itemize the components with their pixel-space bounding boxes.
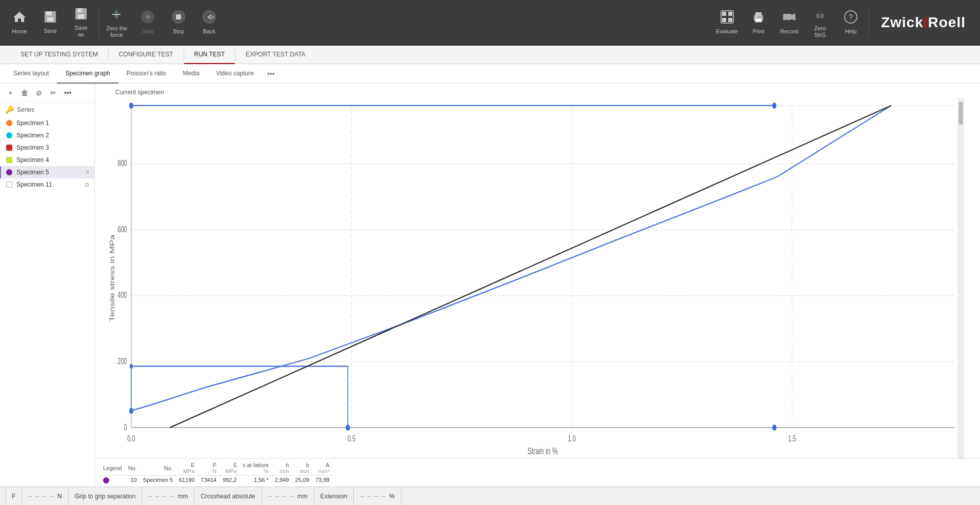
svg-point-60 (346, 425, 350, 431)
record-label: Record (780, 28, 798, 35)
specimen-1-dot (6, 120, 12, 126)
back-button[interactable]: ⚙ Back (194, 0, 225, 46)
svg-rect-21 (728, 18, 732, 22)
crosshead-dashes: – – – – (268, 493, 294, 500)
grip-label: Grip to grip separation (75, 493, 136, 500)
specimen-item-1[interactable]: Specimen 1 (0, 117, 94, 129)
row-eps: 1,56 * (240, 475, 272, 484)
add-specimen-button[interactable]: + (4, 87, 16, 99)
svg-rect-66 (958, 98, 964, 458)
specimen-item-4[interactable]: Specimen 4 (0, 154, 94, 166)
row-specimen-name: Specimen 5 (140, 475, 176, 484)
delete-specimen-button[interactable]: 🗑 (18, 87, 31, 99)
chart-container: Current specimen Tensile stress in MPa (95, 84, 980, 458)
specimen-item-11[interactable]: Specimen 11 ⊙ (0, 178, 94, 191)
tab-setup[interactable]: SET UP TESTING SYSTEM (10, 46, 108, 64)
separator-1 (98, 7, 99, 38)
subtab-media[interactable]: Media (174, 64, 208, 84)
col-a: Amm² (312, 461, 333, 476)
svg-point-58 (129, 408, 133, 414)
specimen-3-label: Specimen 3 (16, 144, 49, 151)
svg-point-59 (130, 364, 133, 369)
main-area: + 🗑 ⊘ ✏ ••• 🔑 Series Specimen 1 Specimen… (0, 84, 980, 487)
force-value-status: – – – – N (22, 487, 68, 506)
start-icon (141, 10, 155, 26)
series-label: 🔑 Series (0, 103, 94, 117)
col-b: bmm (292, 461, 312, 476)
grip-dashes: – – – – (148, 493, 174, 500)
specimen-item-5[interactable]: Specimen 5 ↗ (0, 166, 94, 178)
logo-text: Zwick/Roell (881, 14, 966, 31)
zero-strg-button[interactable]: ↓ 0.0 Zero StrG (805, 0, 835, 46)
key-icon: 🔑 (5, 106, 14, 114)
col-p: PN (198, 461, 220, 476)
sidebar: + 🗑 ⊘ ✏ ••• 🔑 Series Specimen 1 Specimen… (0, 84, 95, 487)
zero-force-icon: ▲ 0 (109, 7, 124, 23)
start-button[interactable]: Start (132, 0, 163, 46)
legend-dot (103, 477, 109, 483)
svg-text:200: 200 (117, 356, 127, 366)
specimen-4-dot (6, 157, 12, 163)
logo: Zwick/Roell (871, 14, 976, 31)
more-options-button[interactable]: ••• (62, 87, 74, 99)
subtab-poissons[interactable]: Poisson's ratio (118, 64, 175, 84)
print-button[interactable]: Print (743, 0, 774, 46)
svg-rect-25 (755, 16, 757, 17)
extension-label: Extension (321, 493, 348, 500)
edit-specimen-button[interactable]: ✏ (47, 87, 59, 99)
grip-value-status: – – – – mm (142, 487, 194, 506)
svg-text:Strain in %: Strain in % (528, 446, 558, 456)
home-button[interactable]: Home (4, 0, 35, 46)
table-row: 10 Specimen 5 61190 73414 992,2 1,56 * 2… (100, 475, 332, 484)
zero-force-button[interactable]: ▲ 0 Zero the force (101, 0, 132, 46)
subtab-specimen-graph[interactable]: Specimen graph (57, 64, 118, 84)
save-button[interactable]: Save (35, 0, 66, 46)
data-table: Legend No. No. EMPa PN SMPa ε at failure… (95, 458, 980, 487)
tab-configure[interactable]: CONFIGURE TEST (109, 46, 184, 64)
stop-button[interactable]: Stop (163, 0, 194, 46)
save-icon (44, 10, 57, 26)
status-bar: F – – – – N Grip to grip separation – – … (0, 487, 980, 505)
svg-text:▲: ▲ (114, 8, 119, 14)
subtab-series-layout[interactable]: Series layout (5, 64, 57, 84)
evaluate-button[interactable]: Evaluate (711, 0, 743, 46)
extension-unit: % (389, 493, 395, 500)
nav-tabs: SET UP TESTING SYSTEM CONFIGURE TEST RUN… (0, 46, 980, 64)
force-label: F (12, 493, 15, 500)
extension-status: Extension (314, 487, 354, 506)
back-label: Back (203, 28, 215, 35)
chart-wrapper[interactable]: Tensile stress in MPa (100, 98, 975, 458)
svg-rect-18 (722, 12, 726, 16)
specimen-5-dot (6, 169, 12, 175)
tab-export[interactable]: EXPORT TEST DATA (235, 46, 315, 64)
svg-text:0.0: 0.0 (816, 13, 824, 19)
col-eps: ε at failure% (240, 461, 272, 476)
specimen-item-3[interactable]: Specimen 3 (0, 142, 94, 154)
specimen-11-icon: ⊙ (85, 181, 89, 188)
save-as-button[interactable]: + Save as (66, 0, 96, 46)
svg-text:?: ? (849, 13, 853, 21)
svg-text:600: 600 (117, 225, 127, 234)
more-tabs-button[interactable]: ••• (262, 66, 280, 82)
specimen-5-icon: ↗ (85, 169, 89, 176)
row-no1: 10 (125, 475, 140, 484)
svg-text:0: 0 (124, 422, 127, 432)
svg-text:0.0: 0.0 (127, 434, 135, 443)
home-icon (12, 10, 27, 26)
force-status: F (5, 487, 22, 506)
specimen-item-2[interactable]: Specimen 2 (0, 129, 94, 142)
chart-svg: Tensile stress in MPa (100, 98, 975, 458)
svg-text:Tensile stress in MPa: Tensile stress in MPa (109, 234, 116, 321)
tab-run[interactable]: RUN TEST (184, 46, 235, 64)
specimen-4-label: Specimen 4 (16, 156, 49, 164)
chart-panel: Current specimen Tensile stress in MPa (95, 84, 980, 487)
help-button[interactable]: ? Help (835, 0, 866, 46)
record-button[interactable]: Record (774, 0, 805, 46)
specimen-11-dot (6, 181, 12, 188)
save-label: Save (44, 28, 56, 34)
exclude-specimen-button[interactable]: ⊘ (33, 87, 45, 99)
row-h: 2,949 (272, 475, 292, 484)
svg-text:⚙: ⚙ (211, 15, 214, 19)
col-no1: No. (125, 461, 140, 476)
subtab-video-capture[interactable]: Video capture (208, 64, 262, 84)
